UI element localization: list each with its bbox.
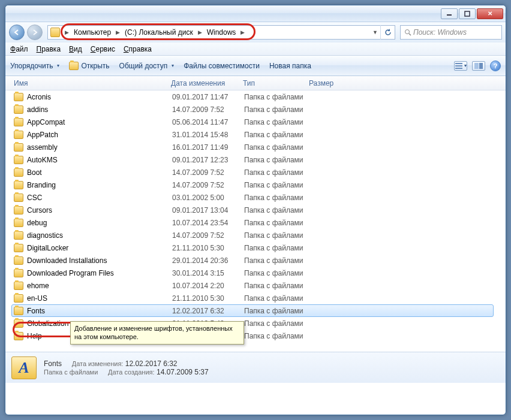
file-row[interactable]: Boot14.07.2009 7:52Папка с файлами [5, 166, 506, 179]
file-type: Папка с файлами [244, 143, 364, 152]
svg-rect-1 [465, 11, 470, 16]
file-name: Help [27, 332, 42, 340]
svg-point-2 [405, 30, 410, 34]
history-dropdown[interactable]: ▼ [370, 29, 380, 35]
menu-view[interactable]: Вид [69, 45, 82, 53]
back-button[interactable] [9, 25, 25, 40]
file-row[interactable]: AppPatch31.01.2014 15:48Папка с файлами [5, 128, 506, 141]
file-row[interactable]: addins14.07.2009 7:52Папка с файлами [5, 103, 506, 116]
file-type: Папка с файлами [244, 131, 364, 139]
search-placeholder: Поиск: Windows [413, 28, 467, 37]
folder-open-icon [69, 62, 79, 70]
file-row[interactable]: ehome10.07.2014 2:20Папка с файлами [5, 279, 506, 292]
maximize-button[interactable] [459, 8, 476, 19]
file-name: Globalization [27, 319, 68, 328]
breadcrumb-segment[interactable]: Компьютер [71, 26, 113, 39]
file-date: 10.07.2014 2:20 [172, 282, 244, 290]
search-icon [404, 29, 411, 36]
file-row[interactable]: Downloaded Program Files30.01.2014 3:15П… [5, 267, 506, 279]
column-date[interactable]: Дата изменения [171, 79, 243, 87]
status-created-value: 14.07.2009 5:37 [157, 368, 209, 376]
address-bar[interactable]: ▶ Компьютер ▶ (C:) Локальный диск ▶ Wind… [47, 25, 395, 40]
folder-icon [14, 168, 23, 177]
minimize-button[interactable] [441, 8, 458, 19]
file-name: CSC [27, 194, 42, 202]
file-type: Папка с файлами [244, 93, 364, 101]
column-type[interactable]: Тип [243, 79, 309, 87]
folder-icon [14, 332, 23, 340]
menu-help[interactable]: Справка [124, 45, 152, 53]
forward-button[interactable] [27, 25, 43, 40]
file-date: 21.11.2010 5:30 [172, 294, 244, 303]
breadcrumb-segment[interactable]: (C:) Локальный диск [122, 26, 196, 39]
file-row[interactable]: Downloaded Installations29.01.2014 20:36… [5, 254, 506, 267]
column-name[interactable]: Имя [14, 79, 171, 87]
file-type: Папка с файлами [244, 332, 364, 340]
folder-icon [14, 131, 23, 139]
file-row[interactable]: assembly16.01.2017 11:49Папка с файлами [5, 141, 506, 153]
file-name: assembly [27, 143, 58, 152]
file-row[interactable]: CSC03.01.2002 5:00Папка с файлами [5, 191, 506, 204]
file-date: 09.01.2017 11:47 [172, 93, 244, 101]
file-name: Downloaded Program Files [27, 269, 114, 277]
status-type: Папка с файлами [44, 368, 98, 376]
help-button[interactable]: ? [490, 61, 501, 71]
chevron-right-icon[interactable]: ▶ [113, 29, 122, 35]
file-row[interactable]: Cursors09.01.2017 13:04Папка с файлами [5, 204, 506, 216]
file-name: diagnostics [27, 231, 63, 240]
menubar: Файл Правка Вид Сервис Справка [5, 43, 506, 56]
svg-rect-6 [455, 68, 462, 69]
close-button[interactable]: ✕ [477, 8, 503, 19]
file-row[interactable]: debug10.07.2014 23:54Папка с файлами [5, 216, 506, 229]
share-button[interactable]: Общий доступ [119, 62, 175, 70]
file-row[interactable]: Acronis09.01.2017 11:47Папка с файлами [5, 90, 506, 103]
chevron-right-icon[interactable]: ▶ [196, 29, 205, 35]
tooltip: Добавление и изменение шрифтов, установл… [70, 321, 244, 345]
file-date: 03.01.2002 5:00 [172, 194, 244, 202]
fonts-folder-icon: A [11, 356, 37, 379]
file-type: Папка с файлами [244, 168, 364, 177]
chevron-right-icon[interactable]: ▶ [62, 29, 71, 35]
folder-icon [14, 231, 23, 240]
file-row[interactable]: diagnostics14.07.2009 7:52Папка с файлам… [5, 229, 506, 241]
preview-pane-button[interactable] [472, 61, 485, 71]
compat-files-button[interactable]: Файлы совместимости [184, 62, 260, 70]
file-name: Boot [27, 168, 42, 177]
file-type: Папка с файлами [244, 206, 364, 214]
file-row[interactable]: Branding14.07.2009 7:52Папка с файлами [5, 179, 506, 191]
folder-icon [14, 256, 23, 265]
refresh-button[interactable] [380, 25, 395, 40]
open-button[interactable]: Открыть [69, 62, 109, 70]
details-pane: A Fonts Дата изменения: 12.02.2017 6:32 … [5, 352, 506, 383]
folder-icon [14, 156, 23, 164]
status-created-label: Дата создания: [108, 368, 155, 376]
column-size[interactable]: Размер [309, 79, 333, 87]
organize-button[interactable]: Упорядочить [10, 62, 59, 70]
file-list[interactable]: Acronis09.01.2017 11:47Папка с файламиad… [5, 90, 506, 352]
file-row[interactable]: AutoKMS09.01.2017 12:23Папка с файлами [5, 153, 506, 166]
file-date: 14.07.2009 7:52 [172, 231, 244, 240]
file-row[interactable]: Fonts12.02.2017 6:32Папка с файлами [11, 304, 494, 317]
column-headers: Имя Дата изменения Тип Размер [5, 76, 506, 90]
menu-edit[interactable]: Правка [37, 45, 61, 53]
menu-file[interactable]: Файл [10, 45, 28, 53]
breadcrumb-segment[interactable]: Windows [205, 26, 239, 39]
file-type: Папка с файлами [244, 231, 364, 240]
chevron-right-icon[interactable]: ▶ [238, 29, 247, 35]
file-row[interactable]: en-US21.11.2010 5:30Папка с файлами [5, 292, 506, 304]
folder-icon [14, 282, 23, 290]
file-type: Папка с файлами [244, 181, 364, 189]
folder-icon [14, 105, 23, 114]
file-date: 16.01.2017 11:49 [172, 143, 244, 152]
navigation-bar: ▶ Компьютер ▶ (C:) Локальный диск ▶ Wind… [5, 22, 506, 43]
new-folder-button[interactable]: Новая папка [269, 62, 311, 70]
file-date: 14.07.2009 7:52 [172, 105, 244, 114]
folder-icon [14, 93, 23, 101]
file-row[interactable]: DigitalLocker21.11.2010 5:30Папка с файл… [5, 241, 506, 254]
search-input[interactable]: Поиск: Windows [400, 25, 502, 40]
file-name: ehome [27, 282, 49, 290]
file-type: Папка с файлами [244, 294, 364, 303]
menu-tools[interactable]: Сервис [91, 45, 115, 53]
view-options-button[interactable] [454, 61, 467, 71]
file-row[interactable]: AppCompat05.06.2014 11:47Папка с файлами [5, 116, 506, 128]
